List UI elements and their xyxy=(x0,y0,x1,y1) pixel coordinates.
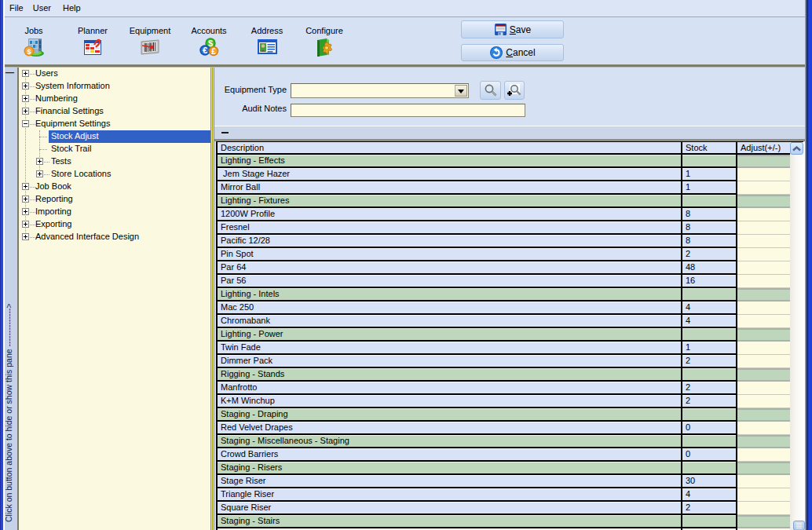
svg-text:€: € xyxy=(203,46,207,55)
svg-text:$: $ xyxy=(27,48,31,56)
svg-text:£: £ xyxy=(211,47,216,56)
